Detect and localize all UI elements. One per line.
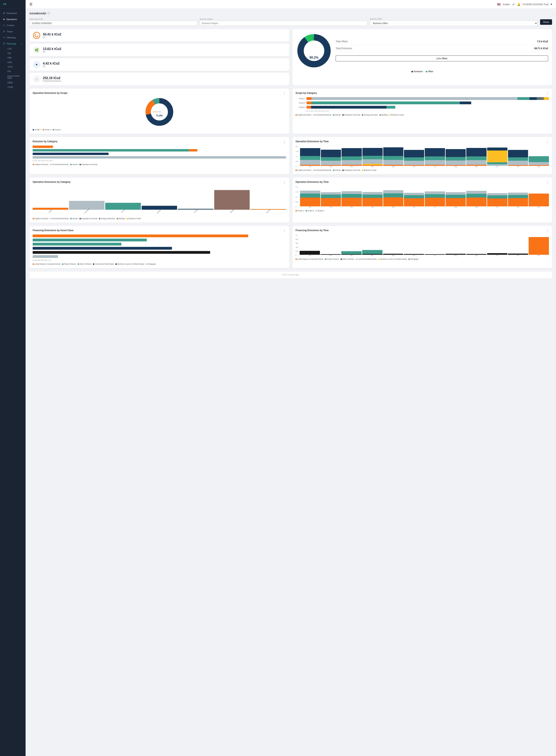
time-col-jul: Jul — [425, 146, 445, 167]
expand-button[interactable]: ⤢ — [512, 3, 515, 6]
fin-col-mar: Mar — [341, 235, 361, 256]
scope3-bar-row: Scope 3 — [296, 102, 549, 104]
sidebar-label-target: Target — [7, 30, 13, 33]
scope-col-sep: Sep — [466, 187, 487, 208]
sidebar-sub-item-egypt[interactable]: Egypt Central Bank — [6, 74, 26, 80]
scope-col-mar: Mar — [342, 187, 362, 208]
cat-row-purchased — [33, 149, 286, 151]
chart-operation-by-time: ⋮ Operation Emissions by Time 2k 1.5k 1k… — [292, 137, 552, 174]
legend-emissions: Emissions — [411, 70, 423, 73]
sidebar-sub-item-ebrd[interactable]: EBRD — [6, 80, 26, 85]
cat-x-axis: 0 10 k 20 k 30 k 40 k 50 k — [33, 160, 286, 161]
s3-icon: ● — [33, 61, 40, 68]
dashboard-content: DASHBOARD ⓘ Reporting Period Business Re… — [26, 9, 556, 756]
sidebar-item-portfolio[interactable]: ⬡ Portfolio — [0, 22, 26, 28]
user-menu-button[interactable]: ▾ — [551, 3, 552, 6]
cat-row-vehicle — [33, 153, 286, 155]
chart-menu-icon-7[interactable]: ⋮ — [283, 229, 286, 233]
chart-scope-by-category: ⋮ Scope by Category Scope 1 — [292, 88, 552, 134]
fin-col-apr: Apr — [362, 235, 382, 256]
sidebar-label-dashboard: Dashboard — [6, 12, 17, 14]
scope3-seg-3 — [460, 102, 472, 104]
chart-financing-asset: ⋮ Financing Emissions by Asset Class — [30, 226, 289, 268]
flag-icon: 🇺🇸 — [497, 3, 500, 6]
sidebar-item-offsetting[interactable]: ❧ Offsetting — [0, 34, 26, 40]
scope1-seg-5 — [537, 97, 542, 100]
donut-legend: Emissions Offset — [411, 70, 433, 73]
sidebar-sub-item-tcfd[interactable]: TCFD — [6, 65, 26, 69]
scope3-bar-track — [307, 102, 471, 104]
scope3-dot — [53, 129, 54, 131]
sidebar-item-dashboard[interactable]: ⊞ Dashboard — [0, 10, 26, 16]
footer-text: 2023 © Climate Edge. — [282, 274, 300, 276]
chart-menu-icon-8[interactable]: ⋮ — [546, 229, 549, 233]
chart-op-cat-vertical: ⋮ Operation Emissions by Category Fugiti… — [30, 177, 289, 223]
sidebar-item-target[interactable]: ◎ Target — [0, 28, 26, 34]
fin-icon: ◷ — [33, 76, 40, 83]
business-region-input[interactable] — [200, 21, 368, 26]
sidebar-sub-item-ifrs[interactable]: IFRS — [6, 60, 26, 65]
chart-menu-icon-4[interactable]: ⋮ — [546, 140, 549, 144]
vbar-energy: Energy — [178, 209, 213, 212]
scope-col-jul: Jul — [425, 187, 445, 208]
sidebar-item-reporting[interactable]: ☰ Reporting ▾ — [0, 40, 26, 47]
sidebar-sub-item-prb[interactable]: PRB — [6, 56, 26, 60]
chart-scope-title: Operation Emissions by Scope — [33, 92, 286, 95]
time-col-feb: Feb — [321, 146, 341, 167]
time-col-nov: Nov — [508, 146, 528, 167]
fin-col-sep: Sep — [466, 235, 487, 256]
sidebar-sub-reporting: CDP GRI PRB IFRS TCFD PRI Egypt Central … — [0, 47, 26, 89]
footer: 2023 © Climate Edge. — [30, 271, 552, 278]
total-offset-label: Total Offset — [336, 40, 347, 43]
y-axis-fin: 1k 800 600 400 200 0 — [296, 235, 299, 256]
scope-time-bars: Jan Feb — [300, 186, 549, 208]
chart-menu-icon[interactable]: ⋮ — [283, 92, 286, 96]
reset-button[interactable]: Reset — [540, 19, 552, 25]
fin-bar-fill-3 — [33, 243, 121, 246]
total-emissions-row: Total Emissions 68.71 k tCo2 — [336, 47, 548, 50]
file-icon: ☰ — [3, 42, 5, 45]
chart-menu-icon-5[interactable]: ⋮ — [283, 181, 286, 184]
business-office-select[interactable]: Business Office — [370, 21, 538, 26]
x-tick-50k: 50 k — [322, 110, 325, 112]
fin-bar-1 — [33, 235, 286, 237]
svg-text:71.6%: 71.6% — [156, 114, 163, 117]
business-office-label: Business Office — [370, 18, 538, 20]
chart-menu-icon-2[interactable]: ⋮ — [546, 92, 549, 96]
sidebar-sub-item-cdp[interactable]: CDP — [6, 47, 26, 51]
sidebar-sub-item-pri[interactable]: PRI — [6, 69, 26, 74]
charts-row-2: ⋮ Emission by Category — [30, 137, 552, 174]
fin-bar-fill-4 — [33, 247, 172, 250]
total-emissions-label: Total Emissions — [336, 47, 352, 50]
chart-operation-by-scope: ⋮ Operation Emissions by Scope — [30, 88, 289, 134]
sidebar-item-operations[interactable]: ◈ Operations — [0, 16, 26, 22]
chart-menu-icon-6[interactable]: ⋮ — [546, 181, 549, 184]
notification-button[interactable]: 🔔 — [517, 3, 520, 6]
sidebar-sub-item-cdsb[interactable]: CDSB — [6, 85, 26, 89]
sidebar-label-offsetting: Offsetting — [6, 36, 16, 39]
sidebar-sub-item-gri[interactable]: GRI — [6, 51, 26, 56]
op-cat-v-legend: Fugitive Emission Purchased Electricity … — [33, 218, 286, 220]
total-offset-value: 7.5 k tCo2 — [537, 40, 548, 43]
scope3-bar-label: Scope 3 — [296, 102, 305, 104]
fin-bar-6 — [33, 255, 286, 258]
lets-offset-button[interactable]: Let's Offset — [336, 56, 548, 61]
hamburger-button[interactable]: ☰ — [30, 2, 32, 6]
chart-menu-icon-3[interactable]: ⋮ — [283, 140, 286, 144]
fin-col-aug: Aug — [445, 235, 466, 256]
info-icon: ⓘ — [47, 12, 50, 15]
reporting-period-input[interactable] — [30, 21, 197, 26]
time-scope-chart: 2.5 1.5k 1k 500 0 — [296, 186, 549, 208]
fin-bar-2 — [33, 239, 286, 241]
business-office-filter: Business Office Business Office — [370, 18, 538, 26]
svg-text:19.9%: 19.9% — [153, 111, 157, 113]
fin-value: 252.19 tCo2 — [43, 76, 61, 80]
time-bars: Jan Feb — [300, 146, 549, 167]
fin-col-may: May — [383, 235, 403, 256]
fin-col-dec: Dec — [529, 235, 549, 256]
filters-bar: Reporting Period Business Region Busines… — [30, 18, 552, 26]
scope-col-nov: Nov — [508, 187, 528, 208]
donut-area: 9.8% 90.2% Total Offset 7.5 k tCo2 — [296, 33, 548, 68]
scope2-label: Scope 2 — [45, 129, 51, 131]
fin-time-chart: 1k 800 600 400 200 0 — [296, 235, 549, 256]
